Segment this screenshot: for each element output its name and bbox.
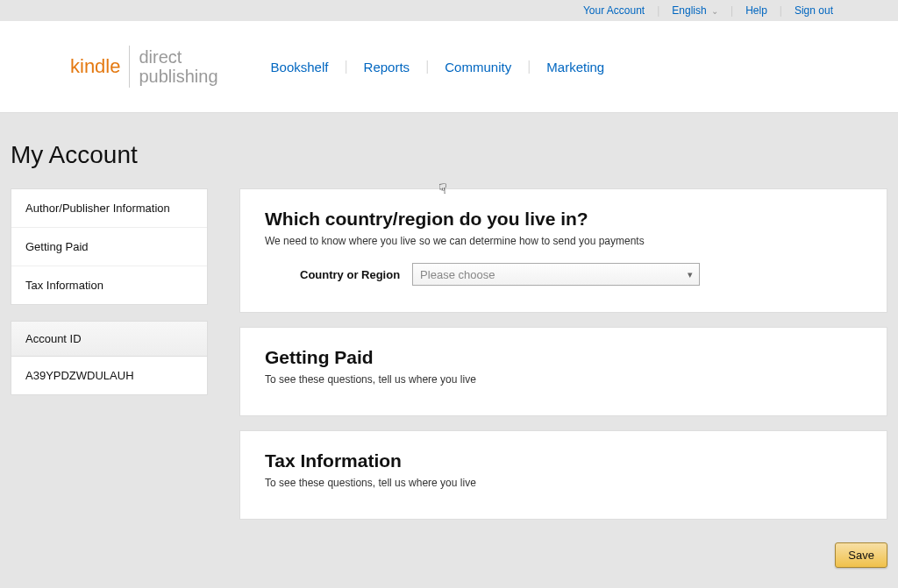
language-label: English: [672, 4, 706, 17]
sidebar-sections: Author/Publisher Information Getting Pai…: [11, 188, 208, 305]
nav-marketing[interactable]: Marketing: [546, 60, 604, 74]
country-select-wrap: Please choose: [412, 263, 700, 286]
help-link[interactable]: Help: [733, 4, 780, 17]
main-header: kindle direct publishing Bookshelf | Rep…: [0, 21, 898, 113]
logo-direct: direct: [139, 47, 217, 67]
page-title: My Account: [11, 141, 898, 169]
divider: |: [425, 59, 429, 74]
panel-country: Which country/region do you live in? We …: [239, 188, 887, 313]
divider: |: [527, 59, 531, 74]
panel-tax-subtext: To see these questions, tell us where yo…: [265, 477, 862, 489]
main-panels: Which country/region do you live in? We …: [239, 188, 887, 568]
country-field-row: Country or Region Please choose: [300, 263, 862, 286]
sidebar-account-id: Account ID A39YPDZWDULAUH: [11, 321, 208, 395]
logo-dp: direct publishing: [139, 47, 217, 86]
country-select[interactable]: Please choose: [412, 263, 700, 286]
panel-tax-title: Tax Information: [265, 450, 862, 471]
panel-tax: Tax Information To see these questions, …: [239, 430, 887, 520]
panel-country-subtext: We need to know where you live so we can…: [265, 235, 862, 247]
panel-getting-paid: Getting Paid To see these questions, tel…: [239, 327, 887, 416]
panel-country-title: Which country/region do you live in?: [265, 209, 862, 230]
sidebar-item-getting-paid[interactable]: Getting Paid: [11, 228, 207, 266]
account-id-label: Account ID: [11, 322, 207, 357]
utility-nav: Your Account | English ⌄ | Help | Sign o…: [0, 0, 898, 21]
nav-reports[interactable]: Reports: [364, 60, 410, 74]
main-nav: Bookshelf | Reports | Community | Market…: [271, 59, 605, 74]
panel-getting-paid-title: Getting Paid: [265, 347, 862, 368]
logo-kindle: kindle: [70, 55, 120, 78]
nav-bookshelf[interactable]: Bookshelf: [271, 60, 329, 74]
sidebar-item-tax[interactable]: Tax Information: [11, 266, 207, 304]
divider: |: [344, 59, 347, 74]
your-account-link[interactable]: Your Account: [571, 4, 657, 17]
country-field-label: Country or Region: [300, 268, 400, 281]
content-area: Author/Publisher Information Getting Pai…: [0, 188, 898, 568]
logo-publishing: publishing: [139, 67, 217, 86]
logo-separator: [129, 46, 130, 88]
sidebar: Author/Publisher Information Getting Pai…: [11, 188, 208, 568]
kdp-logo[interactable]: kindle direct publishing: [70, 46, 218, 88]
chevron-down-icon: ⌄: [711, 6, 718, 16]
save-button[interactable]: Save: [835, 542, 887, 568]
sidebar-item-author[interactable]: Author/Publisher Information: [11, 189, 207, 228]
panel-getting-paid-subtext: To see these questions, tell us where yo…: [265, 373, 862, 386]
nav-community[interactable]: Community: [445, 60, 511, 74]
language-selector[interactable]: English ⌄: [659, 4, 731, 17]
save-row: Save: [239, 542, 887, 568]
sign-out-link[interactable]: Sign out: [782, 4, 845, 17]
account-id-value: A39YPDZWDULAUH: [11, 357, 207, 394]
